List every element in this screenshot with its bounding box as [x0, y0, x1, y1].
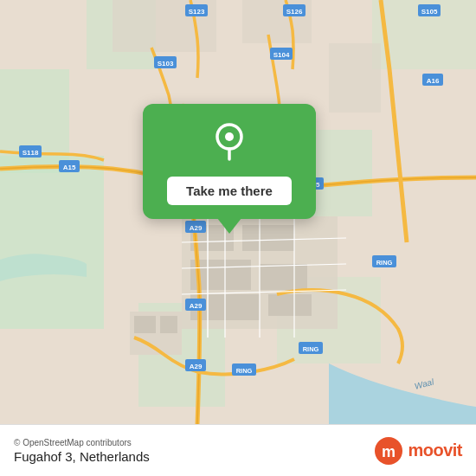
moovit-logo: m moovit — [373, 435, 462, 466]
moovit-text: moovit — [408, 441, 462, 460]
svg-text:RING: RING — [376, 259, 393, 267]
svg-text:A29: A29 — [190, 363, 203, 370]
svg-rect-14 — [268, 294, 312, 316]
svg-rect-1 — [0, 156, 104, 329]
osm-credit: © OpenStreetMap contributors — [14, 438, 150, 447]
svg-rect-12 — [260, 264, 307, 290]
take-me-there-button[interactable]: Take me there — [167, 177, 292, 205]
svg-text:S126: S126 — [286, 8, 303, 16]
bottom-bar: © OpenStreetMap contributors Fugahof 3, … — [0, 424, 476, 476]
location-popup: Take me there — [134, 104, 325, 234]
location-pin-icon — [207, 119, 252, 164]
svg-text:m: m — [382, 443, 396, 460]
map-container: A15 A15 A16 A29 A29 A29 S103 S104 S118 S… — [0, 0, 476, 424]
moovit-brand-icon: m — [373, 435, 404, 466]
svg-text:A29: A29 — [190, 302, 203, 310]
svg-text:S104: S104 — [273, 51, 290, 59]
svg-text:RING: RING — [236, 367, 253, 375]
svg-text:RING: RING — [303, 345, 319, 353]
svg-text:S123: S123 — [189, 8, 205, 16]
svg-text:A16: A16 — [427, 77, 440, 85]
svg-point-61 — [225, 132, 234, 141]
svg-text:A15: A15 — [63, 164, 76, 171]
svg-text:S103: S103 — [158, 60, 174, 68]
svg-rect-20 — [329, 43, 381, 113]
location-label: Fugahof 3, Netherlands — [14, 449, 150, 464]
svg-text:S105: S105 — [421, 8, 438, 16]
popup-arrow — [217, 218, 241, 234]
popup-card: Take me there — [143, 104, 316, 219]
svg-text:S118: S118 — [23, 149, 39, 157]
bottom-left: © OpenStreetMap contributors Fugahof 3, … — [14, 438, 150, 464]
svg-rect-17 — [160, 316, 177, 333]
svg-rect-16 — [134, 316, 156, 333]
